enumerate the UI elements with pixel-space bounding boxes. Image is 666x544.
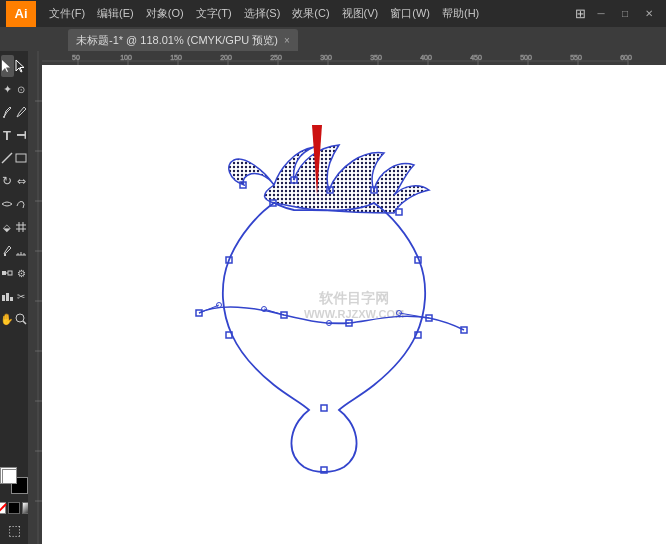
window-controls: ─ □ ✕ <box>590 5 660 23</box>
paintbucket-tool[interactable]: ⬙ <box>1 216 14 238</box>
svg-text:100: 100 <box>120 54 132 61</box>
menu-window[interactable]: 窗口(W) <box>385 4 435 23</box>
hand-zoom-group: ✋ <box>0 308 28 330</box>
drawing-canvas[interactable] <box>42 65 666 544</box>
control-handle <box>399 313 429 318</box>
fill-white[interactable] <box>2 469 17 484</box>
menu-view[interactable]: 视图(V) <box>337 4 384 23</box>
magic-wand-tool[interactable]: ✦ <box>1 78 14 100</box>
control-handle <box>199 305 219 313</box>
menu-effect[interactable]: 效果(C) <box>287 4 334 23</box>
svg-point-20 <box>16 314 24 322</box>
svg-marker-0 <box>2 60 10 72</box>
maximize-button[interactable]: □ <box>614 5 636 23</box>
canvas-content[interactable]: 软件目字网 WWW.RJZXW.COM <box>42 65 666 544</box>
color-icon[interactable] <box>8 502 20 514</box>
menu-object[interactable]: 对象(O) <box>141 4 189 23</box>
menu-edit[interactable]: 编辑(E) <box>92 4 139 23</box>
svg-rect-9 <box>4 254 6 256</box>
menu-file[interactable]: 文件(F) <box>44 4 90 23</box>
canvas-wrapper: 50 100 150 200 250 300 350 400 4 <box>28 51 666 544</box>
hand-tool[interactable]: ✋ <box>1 308 14 330</box>
main-layout: ✦ ⊙ T T <box>0 51 666 544</box>
width-tool[interactable] <box>1 193 14 215</box>
rotate-scale-group: ↻ ⇔ <box>0 170 28 192</box>
left-toolbar: ✦ ⊙ T T <box>0 51 28 544</box>
warp-tool[interactable] <box>15 193 28 215</box>
column-chart-group: ✂ <box>0 285 28 307</box>
title-bar: Ai 文件(F) 编辑(E) 对象(O) 文字(T) 选择(S) 效果(C) 视… <box>0 0 666 27</box>
svg-text:50: 50 <box>72 54 80 61</box>
lasso-tool[interactable]: ⊙ <box>15 78 28 100</box>
menu-bar: 文件(F) 编辑(E) 对象(O) 文字(T) 选择(S) 效果(C) 视图(V… <box>44 4 575 23</box>
svg-rect-17 <box>2 295 5 301</box>
svg-line-3 <box>2 153 12 163</box>
type-tool-group: T T <box>0 124 28 146</box>
symbol-sprayer-tool[interactable]: ⚙ <box>15 262 28 284</box>
svg-rect-14 <box>2 271 6 275</box>
pen-tool[interactable] <box>1 101 14 123</box>
line-tool[interactable] <box>1 147 14 169</box>
rectangle-tool[interactable] <box>15 147 28 169</box>
menu-select[interactable]: 选择(S) <box>239 4 286 23</box>
horizontal-ruler: 50 100 150 200 250 300 350 400 4 <box>28 51 666 65</box>
svg-marker-1 <box>16 60 24 72</box>
tab-label: 未标题-1* @ 118.01% (CMYK/GPU 预览) <box>76 33 278 48</box>
zoom-tool[interactable] <box>15 308 28 330</box>
menu-type[interactable]: 文字(T) <box>191 4 237 23</box>
blend-tool[interactable] <box>1 262 14 284</box>
close-button[interactable]: ✕ <box>638 5 660 23</box>
tab-bar: 未标题-1* @ 118.01% (CMYK/GPU 预览) × <box>0 27 666 51</box>
blend-symbol-group: ⚙ <box>0 262 28 284</box>
svg-text:150: 150 <box>170 54 182 61</box>
eyedropper-tool[interactable] <box>1 239 14 261</box>
pencil-tool[interactable] <box>15 101 28 123</box>
vertical-ruler <box>28 51 42 544</box>
selection-tool[interactable] <box>1 55 14 77</box>
rotate-tool[interactable]: ↻ <box>1 170 14 192</box>
svg-point-2 <box>3 116 5 118</box>
svg-text:300: 300 <box>320 54 332 61</box>
workspace-switcher-icon[interactable]: ⊞ <box>575 6 586 21</box>
artboard-tool[interactable]: ⬚ <box>8 522 21 538</box>
svg-text:200: 200 <box>220 54 232 61</box>
lasso-magic-group: ✦ ⊙ <box>0 78 28 100</box>
warp-tool-group <box>0 193 28 215</box>
svg-text:500: 500 <box>520 54 532 61</box>
paintbucket-group: ⬙ <box>0 216 28 238</box>
svg-text:450: 450 <box>470 54 482 61</box>
vertical-type-tool[interactable]: T <box>15 124 28 146</box>
line-shape-group <box>0 147 28 169</box>
minimize-button[interactable]: ─ <box>590 5 612 23</box>
measure-tool[interactable] <box>15 239 28 261</box>
svg-rect-18 <box>6 293 9 301</box>
svg-text:400: 400 <box>420 54 432 61</box>
svg-text:250: 250 <box>270 54 282 61</box>
svg-line-21 <box>23 321 26 324</box>
svg-text:550: 550 <box>570 54 582 61</box>
strawberry-body[interactable] <box>223 203 425 472</box>
svg-text:350: 350 <box>370 54 382 61</box>
selection-tool-group <box>0 55 28 77</box>
type-tool[interactable]: T <box>1 124 14 146</box>
reflect-tool[interactable]: ⇔ <box>15 170 28 192</box>
menu-help[interactable]: 帮助(H) <box>437 4 484 23</box>
anchor-point[interactable] <box>396 209 402 215</box>
anchor-point[interactable] <box>321 405 327 411</box>
document-tab[interactable]: 未标题-1* @ 118.01% (CMYK/GPU 预览) × <box>68 29 298 51</box>
tab-close-button[interactable]: × <box>284 35 290 46</box>
none-icon[interactable] <box>0 502 6 514</box>
column-graph-tool[interactable] <box>1 285 14 307</box>
direct-selection-tool[interactable] <box>15 55 28 77</box>
svg-rect-48 <box>28 51 42 544</box>
leaf-crown-shape[interactable] <box>229 145 429 213</box>
slice-tool[interactable]: ✂ <box>15 285 28 307</box>
svg-rect-15 <box>8 271 12 275</box>
ai-logo: Ai <box>6 1 36 27</box>
mesh-tool[interactable] <box>15 216 28 238</box>
pen-tool-group <box>0 101 28 123</box>
svg-rect-4 <box>16 154 26 162</box>
eyedrop-measure-group <box>0 239 28 261</box>
svg-text:600: 600 <box>620 54 632 61</box>
svg-rect-19 <box>10 297 13 301</box>
